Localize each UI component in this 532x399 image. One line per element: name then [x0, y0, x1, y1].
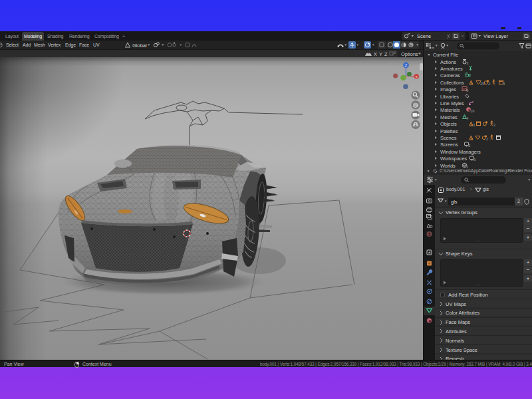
svg-text:X: X [415, 75, 418, 79]
svg-text:Options: Options [401, 51, 418, 57]
svg-text:View Layer: View Layer [483, 33, 508, 39]
svg-text:Z: Z [384, 51, 388, 57]
svg-text:Global: Global [132, 43, 147, 49]
svg-text:Scene: Scene [417, 33, 431, 39]
svg-text:Z: Z [405, 63, 408, 68]
svg-text:X: X [374, 51, 377, 57]
svg-text:Y: Y [379, 51, 382, 57]
